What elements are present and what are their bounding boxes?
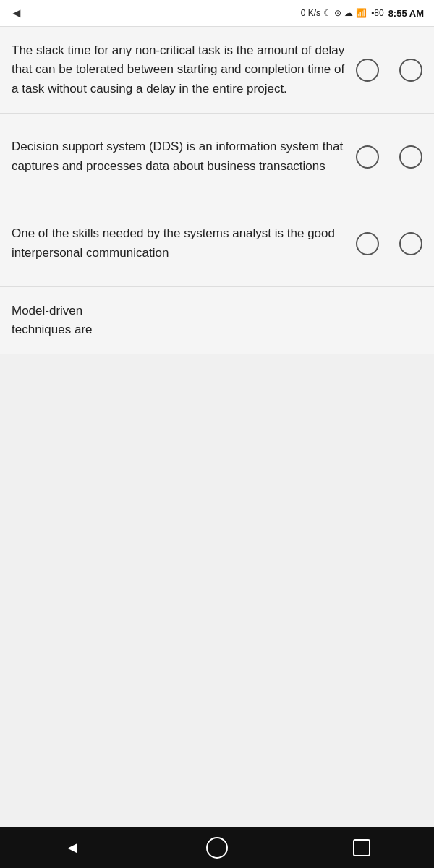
status-bar: ◄ 0 K/s ☾ ⊙ ☁ 📶 ▪80 8:55 AM xyxy=(0,0,434,26)
nav-back-icon: ◄ xyxy=(64,838,80,857)
radio-option-1b[interactable] xyxy=(399,59,422,82)
signal-bars-icon: 📶 xyxy=(356,8,367,18)
radio-option-2a[interactable] xyxy=(356,145,379,169)
radio-option-3b[interactable] xyxy=(399,232,422,255)
question-row-1: The slack time for any non-critical task… xyxy=(0,26,434,114)
question-row-4: Model-driventechniques are xyxy=(0,287,434,354)
settings-icon: ⊙ xyxy=(334,8,341,18)
radio-option-1a[interactable] xyxy=(356,59,379,82)
question-text-1: The slack time for any non-critical task… xyxy=(12,41,356,98)
radio-group-2 xyxy=(356,145,422,169)
nav-bar: ◄ xyxy=(0,827,434,868)
question-row-3: One of the skills needed by the systems … xyxy=(0,200,434,287)
battery-level: ▪80 xyxy=(371,8,384,18)
nav-recent-icon xyxy=(353,839,370,856)
nav-back-button[interactable]: ◄ xyxy=(51,833,94,862)
wifi-icon: ☁ xyxy=(344,8,353,18)
question-text-3: One of the skills needed by the systems … xyxy=(12,224,356,263)
signal-text: 0 K/s xyxy=(301,8,320,18)
radio-option-3a[interactable] xyxy=(356,232,379,255)
radio-group-3 xyxy=(356,232,422,255)
radio-option-2b[interactable] xyxy=(399,145,422,169)
content-area: The slack time for any non-critical task… xyxy=(0,26,434,827)
question-row-2: Decision support system (DDS) is an info… xyxy=(0,114,434,200)
battery-icon: ▪80 xyxy=(371,8,384,18)
nav-home-button[interactable] xyxy=(195,833,239,862)
nav-recent-button[interactable] xyxy=(340,833,383,862)
question-text-4: Model-driventechniques are xyxy=(12,304,93,336)
question-text-2: Decision support system (DDS) is an info… xyxy=(12,137,356,176)
radio-group-1 xyxy=(356,59,422,82)
time-display: 8:55 AM xyxy=(388,8,424,19)
nav-home-icon xyxy=(206,837,228,859)
moon-icon: ☾ xyxy=(323,8,331,18)
status-icons: 0 K/s ☾ ⊙ ☁ 📶 xyxy=(301,8,367,18)
back-arrow-status: ◄ xyxy=(10,6,23,21)
